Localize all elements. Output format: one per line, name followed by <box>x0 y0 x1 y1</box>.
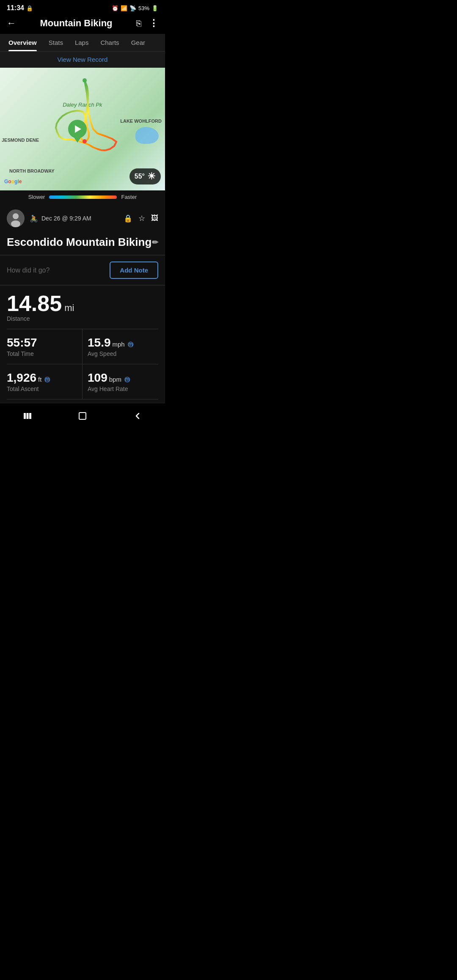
home-icon <box>77 411 88 421</box>
battery-icon: 🔋 <box>151 5 158 11</box>
avg-hr-value: 109 <box>88 371 107 385</box>
meta-action-icons: 🔒 ☆ 🖼 <box>124 214 158 223</box>
activity-title-text: Escondido Mountain Biking <box>7 236 151 249</box>
battery-indicator: 53% <box>138 5 149 11</box>
avg-hr-activity-icon: ⓜ <box>124 376 130 384</box>
tabs-bar: Overview Stats Laps Charts Gear <box>0 34 165 52</box>
avg-speed-value: 15.9 <box>88 336 111 350</box>
total-time-value-row: 55:57 <box>7 336 77 350</box>
share-button[interactable]: ⎘ <box>136 19 141 28</box>
svg-point-3 <box>13 213 19 219</box>
page-title: Mountain Biking <box>40 18 112 29</box>
stats-section: 14.85 mi Distance 55:57 Total Time 15.9 … <box>0 285 165 403</box>
faster-label: Faster <box>121 194 137 200</box>
lock-icon: 🔒 <box>26 5 33 11</box>
tab-charts[interactable]: Charts <box>94 34 125 51</box>
alarm-icon: ⏰ <box>112 5 118 11</box>
svg-point-1 <box>83 139 87 143</box>
activity-title-row: Escondido Mountain Biking ✏ <box>7 236 158 249</box>
recent-apps-button[interactable] <box>14 408 41 426</box>
distance-value: 14.85 <box>7 292 62 314</box>
back-arrow-icon <box>132 411 143 421</box>
distance-label: Distance <box>7 315 158 322</box>
bottom-nav <box>0 403 165 429</box>
svg-rect-7 <box>29 413 31 419</box>
map-container[interactable]: JESMOND DENE LAKE WOHLFORD NORTH BROADWA… <box>0 68 165 190</box>
total-time-value: 55:57 <box>7 336 37 350</box>
note-prompt-text: How did it go? <box>7 267 50 274</box>
svg-rect-6 <box>27 413 29 419</box>
add-photo-icon[interactable]: 🖼 <box>151 214 158 223</box>
avg-speed-label: Avg Speed <box>88 350 158 357</box>
wifi-icon: 📶 <box>121 5 127 11</box>
add-note-button[interactable]: Add Note <box>110 262 158 279</box>
stat-total-time: 55:57 Total Time <box>7 329 83 364</box>
status-time: 11:34 🔒 <box>7 4 33 12</box>
title-section: Escondido Mountain Biking ✏ <box>0 231 165 255</box>
note-section: How did it go? Add Note <box>0 255 165 285</box>
stat-distance: 14.85 mi Distance <box>7 292 158 322</box>
activity-info-row: 🚴 Dec 26 @ 9:29 AM 🔒 ☆ 🖼 <box>0 204 165 231</box>
avg-speed-value-row: 15.9 mph ⓜ <box>88 336 158 350</box>
distance-unit: mi <box>64 303 74 313</box>
back-button-nav[interactable] <box>124 408 151 426</box>
tab-laps[interactable]: Laps <box>69 34 95 51</box>
total-ascent-value-row: 1,926 ft ⓜ <box>7 371 77 385</box>
distance-value-row: 14.85 mi <box>7 292 158 314</box>
user-avatar <box>7 209 25 227</box>
more-menu-button[interactable]: ⋮ <box>149 18 158 29</box>
stats-grid: 55:57 Total Time 15.9 mph ⓜ Avg Speed 1,… <box>7 329 158 399</box>
svg-point-4 <box>11 220 20 227</box>
play-triangle-icon <box>75 125 81 133</box>
google-logo: Google <box>4 179 22 184</box>
svg-rect-8 <box>79 413 86 419</box>
avg-speed-activity-icon: ⓜ <box>128 341 133 349</box>
speed-gradient-bar <box>49 195 117 199</box>
status-icons: ⏰ 📶 📡 53% 🔋 <box>112 5 158 11</box>
slower-label: Slower <box>28 194 45 200</box>
nav-actions: ⎘ ⋮ <box>136 18 158 29</box>
total-ascent-unit: ft <box>38 376 41 383</box>
tab-stats[interactable]: Stats <box>43 34 69 51</box>
total-ascent-label: Total Ascent <box>7 385 77 392</box>
avg-hr-unit: bpm <box>109 376 121 383</box>
tab-overview[interactable]: Overview <box>3 34 43 51</box>
recent-apps-icon <box>22 411 33 421</box>
stat-total-ascent: 1,926 ft ⓜ Total Ascent <box>7 364 83 399</box>
record-banner[interactable]: View New Record <box>0 52 165 68</box>
favorite-star-icon[interactable]: ☆ <box>138 214 145 223</box>
weather-pill: 55° ☀ <box>129 168 161 184</box>
home-button[interactable] <box>69 408 96 426</box>
signal-icon: 📡 <box>129 5 136 11</box>
sun-icon: ☀ <box>147 171 156 182</box>
map-background: JESMOND DENE LAKE WOHLFORD NORTH BROADWA… <box>0 68 165 190</box>
bike-icon: 🚴 <box>30 215 38 223</box>
activity-meta: 🚴 Dec 26 @ 9:29 AM <box>30 215 118 223</box>
total-ascent-value: 1,926 <box>7 371 36 385</box>
temperature-display: 55° <box>135 173 145 180</box>
top-nav: ← Mountain Biking ⎘ ⋮ <box>0 14 165 34</box>
total-ascent-activity-icon: ⓜ <box>44 376 50 384</box>
total-time-label: Total Time <box>7 350 77 357</box>
privacy-lock-icon[interactable]: 🔒 <box>124 214 132 223</box>
avg-hr-value-row: 109 bpm ⓜ <box>88 371 158 385</box>
svg-point-0 <box>83 78 87 83</box>
tab-gear[interactable]: Gear <box>125 34 151 51</box>
stat-avg-speed: 15.9 mph ⓜ Avg Speed <box>83 329 158 364</box>
stat-avg-heart-rate: 109 bpm ⓜ Avg Heart Rate <box>83 364 158 399</box>
svg-rect-5 <box>24 413 26 419</box>
play-route-button[interactable] <box>68 120 87 138</box>
back-button[interactable]: ← <box>7 18 16 29</box>
record-banner-text: View New Record <box>58 56 108 63</box>
speed-legend: Slower Faster <box>0 190 165 204</box>
edit-title-button[interactable]: ✏ <box>152 238 158 247</box>
status-bar: 11:34 🔒 ⏰ 📶 📡 53% 🔋 <box>0 0 165 14</box>
avg-hr-label: Avg Heart Rate <box>88 385 158 392</box>
avg-speed-unit: mph <box>113 341 125 348</box>
time-display: 11:34 <box>7 4 24 12</box>
activity-date: Dec 26 @ 9:29 AM <box>41 215 91 222</box>
